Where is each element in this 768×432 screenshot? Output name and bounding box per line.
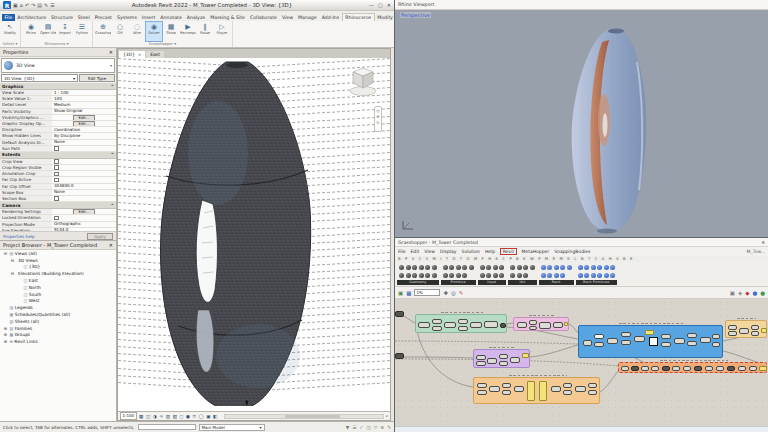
edit-type-button[interactable]: Edit Type	[79, 74, 115, 82]
maximize-icon[interactable]: ▢	[378, 3, 383, 8]
menu-file[interactable]: File	[398, 249, 406, 254]
property-value[interactable]: Orthographic	[54, 222, 81, 227]
status-icon[interactable]: ⊕	[380, 425, 384, 430]
palette-group-label[interactable]: Geometry	[397, 280, 439, 285]
expand-icon[interactable]: ⊞	[3, 339, 8, 344]
toolbar-icon[interactable]: ✚	[443, 290, 448, 296]
apply-button[interactable]: Apply	[87, 233, 113, 240]
checkbox[interactable]	[54, 196, 59, 201]
gh-node[interactable]	[641, 366, 649, 371]
ribbon-tab-manage[interactable]: Manage	[296, 14, 320, 21]
component-icon[interactable]	[510, 265, 515, 270]
gh-node[interactable]	[563, 383, 572, 388]
ribbon-tab-systems[interactable]: Systems	[114, 14, 139, 21]
view-control-icon[interactable]: ▧	[173, 414, 177, 419]
component-icon[interactable]	[419, 265, 424, 270]
close-icon[interactable]: ✕	[387, 3, 391, 8]
gh-node[interactable]	[502, 390, 511, 395]
component-icon[interactable]	[560, 273, 565, 278]
gh-node[interactable]	[687, 333, 697, 338]
gh-node[interactable]	[700, 337, 711, 343]
component-icon[interactable]	[449, 273, 454, 278]
gh-node[interactable]	[517, 322, 527, 328]
expand-icon[interactable]: ⊟	[10, 271, 15, 276]
view-control-icon[interactable]: ◯	[199, 414, 204, 419]
revit-canvas[interactable]: ◎ ⊕ ↻	[118, 58, 390, 411]
gh-node[interactable]	[607, 338, 618, 344]
gh-node[interactable]	[551, 386, 561, 392]
gh-node[interactable]	[661, 334, 671, 339]
toolbar-icon[interactable]: ●	[752, 290, 757, 296]
component-icon[interactable]	[610, 273, 615, 278]
status-icon[interactable]: ▽	[374, 425, 378, 430]
toolbar-icon[interactable]: ◈	[738, 290, 742, 296]
property-value[interactable]: Show Original	[54, 109, 82, 114]
checkbox[interactable]	[54, 172, 59, 177]
gh-node[interactable]	[564, 322, 568, 326]
toolbar-icon[interactable]: ◆	[745, 290, 749, 296]
component-icon[interactable]	[499, 265, 504, 270]
checkbox[interactable]	[54, 146, 59, 151]
gh-node[interactable]	[705, 366, 713, 371]
gh-node[interactable]	[661, 342, 671, 347]
section-header-camera[interactable]: Camera⌃	[0, 202, 116, 209]
property-value[interactable]: None	[54, 140, 65, 145]
type-combo[interactable]: 3D View: {3D} ▾	[1, 74, 78, 82]
revit-logo-icon[interactable]: R	[3, 1, 11, 9]
gh-node[interactable]	[529, 326, 537, 330]
navigation-bar[interactable]: ◎ ⊕ ↻	[374, 106, 382, 132]
gh-node[interactable]	[751, 331, 759, 336]
gh-node[interactable]	[594, 342, 604, 347]
gh-node[interactable]	[683, 366, 691, 371]
collapse-icon[interactable]: ⌃	[110, 84, 114, 89]
palette-group-label[interactable]: Revit	[539, 280, 574, 285]
property-value[interactable]: 304800.0	[54, 184, 74, 189]
ribbon-tab-view[interactable]: View	[279, 14, 295, 21]
ribbon-tab-precast[interactable]: Precast	[92, 14, 114, 21]
view-control-icon[interactable]: ◫	[146, 414, 150, 419]
component-icon[interactable]	[425, 273, 430, 278]
gh-node[interactable]	[395, 311, 404, 317]
gh-node[interactable]	[489, 386, 500, 392]
ribbon-tab-add-ins[interactable]: Add-Ins	[319, 14, 342, 21]
component-icon[interactable]	[499, 273, 504, 278]
palette-group-label[interactable]: Revit Primitives	[576, 280, 618, 285]
gh-node[interactable]	[418, 322, 430, 328]
browser-item-groups[interactable]: ⊞▩Groups	[0, 332, 116, 339]
component-icon[interactable]	[486, 273, 491, 278]
gh-node[interactable]	[477, 390, 487, 395]
gh-node[interactable]	[458, 319, 468, 324]
gh-node[interactable]	[674, 338, 685, 344]
browser-item-revit-links[interactable]: ⊞⊞Revit Links	[0, 338, 116, 345]
gh-node[interactable]	[761, 328, 767, 333]
selected-strip-group[interactable]	[618, 362, 767, 373]
gh-node[interactable]	[738, 366, 746, 371]
ribbon-button-import[interactable]: ↧Import	[57, 22, 73, 41]
collapse-icon[interactable]: ⌃	[110, 203, 114, 208]
gh-node[interactable]	[728, 325, 737, 330]
orbit-icon[interactable]: ↻	[376, 121, 379, 125]
menu-revit[interactable]: Revit	[500, 248, 516, 255]
expand-icon[interactable]: ⊞	[3, 332, 8, 337]
ribbon-button-player[interactable]: ▷Player	[214, 22, 230, 41]
worksets-dropdown[interactable]: Main Model ▾	[199, 424, 265, 431]
edit-button[interactable]: Edit...	[73, 209, 96, 214]
gh-node[interactable]	[499, 361, 508, 366]
property-value[interactable]: Coordination	[54, 127, 80, 132]
component-icon[interactable]	[456, 265, 461, 270]
gh-node[interactable]	[594, 334, 604, 339]
component-icon[interactable]	[604, 265, 609, 270]
gh-node[interactable]	[444, 322, 456, 328]
toolbar-icon[interactable]: ▣	[730, 290, 735, 296]
panel-label-grasshopper[interactable]: Grasshopper ▾	[95, 41, 230, 47]
gh-node[interactable]	[588, 390, 597, 395]
component-icon[interactable]	[493, 273, 498, 278]
ribbon-tab-annotate[interactable]: Annotate	[158, 14, 184, 21]
gh-node[interactable]	[588, 383, 597, 388]
gh-node[interactable]	[395, 353, 404, 359]
gh-node[interactable]	[476, 361, 486, 366]
ribbon-tab-modify[interactable]: Modify	[375, 14, 394, 21]
menu-view[interactable]: View	[424, 249, 435, 254]
menu-solution[interactable]: Solution	[462, 249, 480, 254]
component-icon[interactable]	[443, 273, 448, 278]
